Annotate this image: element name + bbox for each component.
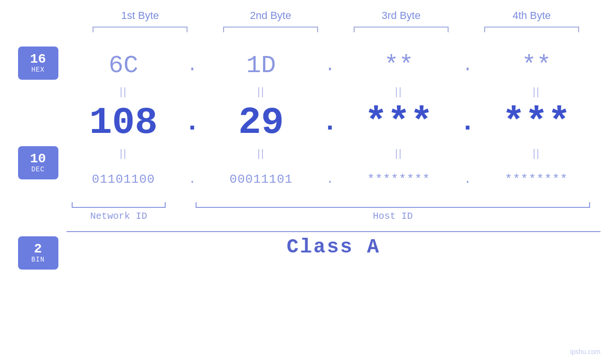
host-id-label: Host ID <box>373 211 413 222</box>
hex-b3: ** <box>347 52 451 80</box>
hex-b2: 1D <box>209 52 313 80</box>
dec-b4: *** <box>484 101 589 144</box>
bracket-byte4 <box>484 27 579 32</box>
equals-row-1: || || || || <box>66 84 593 99</box>
class-section: Class A <box>66 231 601 259</box>
bin-b4: ******** <box>484 172 589 187</box>
network-id-label: Network ID <box>90 211 147 222</box>
bin-b2: 00011101 <box>209 172 313 187</box>
dec-dot1: . <box>185 108 199 138</box>
header-byte1: 1st Byte <box>88 9 192 22</box>
id-labels-container: Network ID Host ID <box>66 202 601 222</box>
bin-dot1: . <box>185 172 199 187</box>
dec-dot3: . <box>460 108 475 138</box>
header-byte4: 4th Byte <box>479 9 584 22</box>
hex-dot3: . <box>460 56 475 75</box>
network-id-section: Network ID <box>66 202 171 222</box>
hex-dot2: . <box>323 56 337 75</box>
dec-b3: *** <box>347 101 451 144</box>
class-label: Class A <box>287 236 380 259</box>
network-id-bracket <box>72 202 166 208</box>
watermark: ipshu.com <box>570 348 601 355</box>
bin-dot2: . <box>323 172 337 187</box>
main-container: 1st Byte 2nd Byte 3rd Byte 4th Byte 16 H… <box>0 0 610 364</box>
hex-b1: 6C <box>71 52 176 80</box>
dec-row: 108 . 29 . *** . *** <box>66 99 593 146</box>
equals-row-2: || || || || <box>66 146 593 160</box>
bracket-byte2 <box>223 27 318 32</box>
bin-dot3: . <box>460 172 475 187</box>
header-byte2: 2nd Byte <box>218 9 323 22</box>
dec-b2: 29 <box>209 101 313 144</box>
byte-headers: 1st Byte 2nd Byte 3rd Byte 4th Byte <box>75 9 597 22</box>
bin-b1: 01101100 <box>71 172 176 187</box>
hex-b4: ** <box>484 52 589 80</box>
dec-b1: 108 <box>71 101 176 144</box>
header-brackets <box>75 27 597 32</box>
hex-label: 16 HEX <box>18 47 58 80</box>
host-id-bracket <box>196 202 590 208</box>
hex-dot1: . <box>185 56 199 75</box>
dec-label: 10 DEC <box>18 146 58 179</box>
base-labels: 16 HEX 10 DEC 2 BIN <box>0 47 66 270</box>
header-byte3: 3rd Byte <box>349 9 453 22</box>
hex-row: 6C . 1D . ** . ** <box>66 47 593 84</box>
bin-row: 01101100 . 00011101 . ******** . *******… <box>66 160 593 198</box>
bin-b3: ******** <box>347 172 451 187</box>
bin-label: 2 BIN <box>18 236 58 270</box>
dec-dot2: . <box>323 108 337 138</box>
host-id-section: Host ID <box>185 202 601 222</box>
bracket-byte3 <box>354 27 449 32</box>
class-line <box>66 231 601 232</box>
bracket-byte1 <box>93 27 188 32</box>
